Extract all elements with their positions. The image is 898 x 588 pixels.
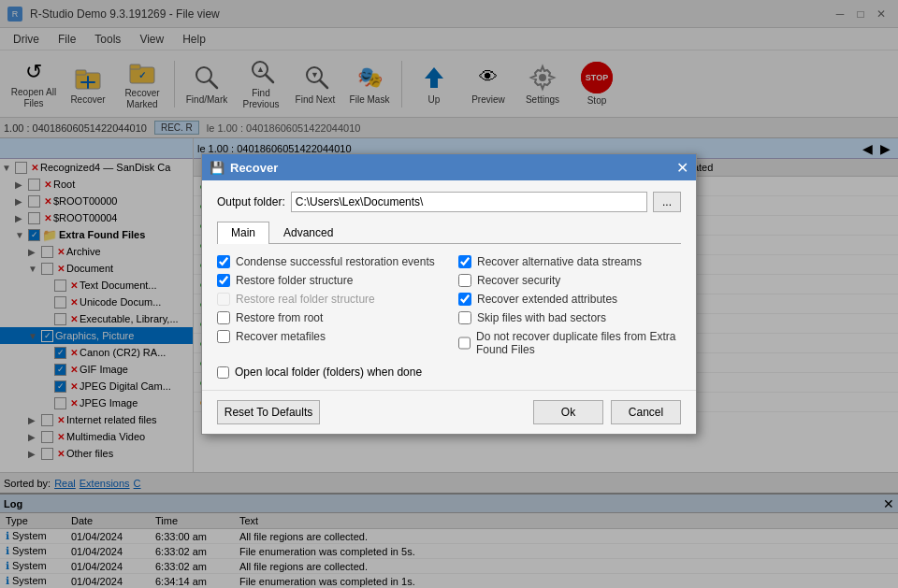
option-condense: Condense successful restoration events [217,255,440,268]
restore-real-checkbox[interactable] [217,293,230,306]
condense-label: Condense successful restoration events [236,255,435,268]
open-folder-label: Open local folder (folders) when done [235,366,422,379]
browse-button[interactable]: ... [653,192,681,212]
option-recover-alt: Recover alternative data streams [458,255,681,268]
option-restore-root: Restore from root [217,311,440,324]
ok-button[interactable]: Ok [533,400,603,424]
restore-folder-label: Restore folder structure [236,274,353,287]
recover-security-checkbox[interactable] [458,274,471,287]
open-folder-row: Open local folder (folders) when done [217,366,681,379]
recover-alt-checkbox[interactable] [458,255,471,268]
option-recover-metafiles: Recover metafiles [217,330,440,343]
options-grid: Condense successful restoration events R… [217,255,681,356]
no-duplicate-checkbox[interactable] [458,337,471,350]
option-no-duplicate: Do not recover duplicate files from Extr… [458,330,681,356]
modal-overlay: 💾 Recover ✕ Output folder: ... Main Adva… [0,0,898,588]
output-folder-row: Output folder: ... [217,192,681,212]
option-restore-folder: Restore folder structure [217,274,440,287]
restore-real-label: Restore real folder structure [236,293,375,306]
modal-body: Output folder: ... Main Advanced Condens… [202,180,696,390]
recover-metafiles-label: Recover metafiles [236,330,326,343]
recover-modal-icon: 💾 [210,161,224,175]
restore-folder-checkbox[interactable] [217,274,230,287]
tab-main[interactable]: Main [217,222,269,244]
modal-action-buttons: Ok Cancel [533,400,681,424]
tab-advanced[interactable]: Advanced [269,222,347,243]
recover-security-label: Recover security [477,274,560,287]
modal-title: 💾 Recover [210,161,278,175]
open-folder-checkbox[interactable] [217,366,229,379]
option-restore-real: Restore real folder structure [217,293,440,306]
recover-extended-label: Recover extended attributes [477,293,617,306]
tabs-row: Main Advanced [217,222,681,244]
skip-bad-checkbox[interactable] [458,311,471,324]
restore-root-checkbox[interactable] [217,311,230,324]
skip-bad-label: Skip files with bad sectors [477,311,606,324]
modal-footer: Reset To Defaults Ok Cancel [202,390,696,434]
restore-root-label: Restore from root [236,311,323,324]
recover-metafiles-checkbox[interactable] [217,330,230,343]
condense-checkbox[interactable] [217,255,230,268]
recover-alt-label: Recover alternative data streams [477,255,642,268]
cancel-button[interactable]: Cancel [611,400,681,424]
option-recover-extended: Recover extended attributes [458,293,681,306]
recover-extended-checkbox[interactable] [458,293,471,306]
option-recover-security: Recover security [458,274,681,287]
option-skip-bad: Skip files with bad sectors [458,311,681,324]
modal-close-button[interactable]: ✕ [676,159,688,177]
output-folder-label: Output folder: [217,195,285,208]
output-folder-input[interactable] [291,192,647,212]
no-duplicate-label: Do not recover duplicate files from Extr… [476,330,681,356]
reset-defaults-button[interactable]: Reset To Defaults [217,400,320,424]
recover-modal: 💾 Recover ✕ Output folder: ... Main Adva… [201,153,697,435]
modal-title-bar: 💾 Recover ✕ [202,154,696,180]
